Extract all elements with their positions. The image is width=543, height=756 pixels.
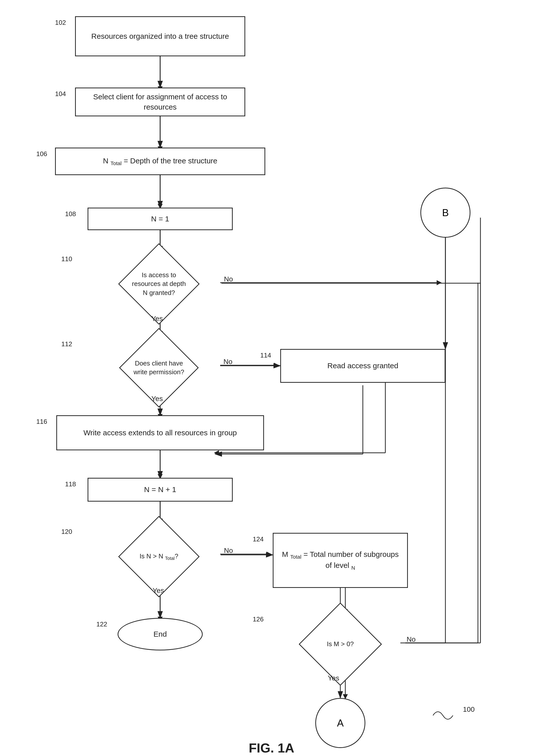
yes-label-110: Yes <box>151 315 163 323</box>
label-122: 122 <box>96 620 107 628</box>
svg-marker-9 <box>437 280 442 285</box>
yes-label-120: Yes <box>153 587 164 595</box>
node-116: Write access extends to all resources in… <box>56 415 264 450</box>
label-110: 110 <box>61 255 72 263</box>
node-108: N = 1 <box>88 208 233 230</box>
node-114: Read access granted <box>280 349 445 383</box>
label-102: 102 <box>55 19 66 27</box>
label-112: 112 <box>61 340 72 348</box>
node-B: B <box>420 188 470 238</box>
node-112: Does client havewrite permission? <box>98 338 220 398</box>
node-104: Select client for assignment of access t… <box>75 88 245 116</box>
node-126: Is M > 0? <box>277 613 404 675</box>
diagram-container: Resources organized into a tree structur… <box>0 0 543 756</box>
yes-label-112: Yes <box>151 395 163 403</box>
label-104: 104 <box>55 90 66 98</box>
no-label-112: No <box>223 358 232 366</box>
squiggle-decoration <box>433 708 463 723</box>
node-118: N = N + 1 <box>88 478 233 502</box>
node-102: Resources organized into a tree structur… <box>75 16 245 56</box>
no-label-120: No <box>224 547 233 555</box>
yes-label-126: Yes <box>328 674 339 682</box>
label-120: 120 <box>61 528 72 536</box>
ref-100: 100 <box>463 705 475 713</box>
label-124: 124 <box>253 535 263 543</box>
label-126: 126 <box>253 615 263 623</box>
label-114: 114 <box>260 351 271 359</box>
label-116: 116 <box>36 418 47 426</box>
node-106: N Total = Depth of the tree structure <box>55 148 265 175</box>
svg-marker-18 <box>214 450 219 455</box>
no-label-126: No <box>407 635 416 643</box>
label-118: 118 <box>65 480 76 488</box>
node-122: End <box>118 618 203 650</box>
node-124: M Total = Total number of subgroups of l… <box>273 533 408 588</box>
node-110: Is access toresources at depthN granted? <box>98 253 220 315</box>
label-106: 106 <box>36 150 47 158</box>
node-120: Is N > N Total? <box>98 525 220 588</box>
label-108: 108 <box>65 210 76 218</box>
fig-title: FIG. 1A <box>163 740 380 755</box>
svg-marker-13 <box>274 363 279 368</box>
no-label-110: No <box>224 275 233 283</box>
svg-marker-26 <box>266 552 271 557</box>
